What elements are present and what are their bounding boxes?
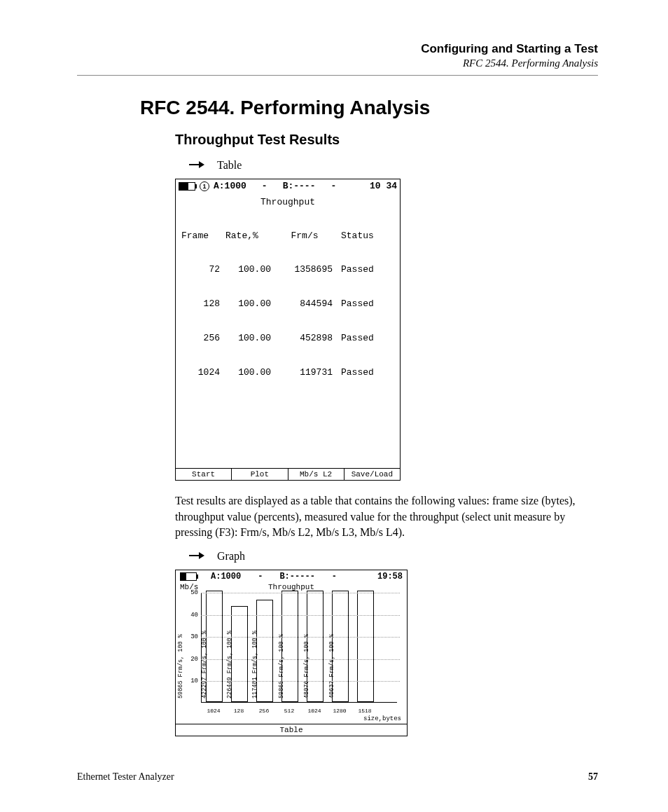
- header-title: Configuring and Starting a Test: [77, 42, 598, 56]
- device-screen: A:1000 - B:----- - 19:58 Mb/s Throughput…: [175, 570, 408, 736]
- bullet-graph: Graph: [189, 550, 598, 563]
- figure-throughput-chart: A:1000 - B:----- - 19:58 Mb/s Throughput…: [175, 570, 598, 736]
- y-tick: 40: [190, 612, 198, 619]
- y-tick: 30: [190, 633, 198, 640]
- body-paragraph: Test results are displayed as a table th…: [175, 493, 595, 540]
- y-tick: 10: [190, 677, 198, 684]
- battery-icon: [179, 182, 195, 191]
- y-tick: 50: [190, 589, 198, 596]
- chart-bar: 40637 Frm/s, 100 %: [357, 591, 374, 702]
- chart-plot: 59865 Frm/s, 100 %422297 Frm/s, 100 %226…: [201, 593, 397, 703]
- col-header: Frame: [181, 230, 225, 242]
- divider: [77, 75, 598, 76]
- battery-icon: [180, 572, 197, 581]
- document-page: Configuring and Starting a Test RFC 2544…: [0, 0, 668, 812]
- bar-label: 59865 Frm/s, 100 %: [177, 635, 184, 699]
- bar-label: 48076 Frm/s, 100 %: [303, 635, 310, 699]
- status-time: 10 34: [370, 181, 397, 191]
- table-row: 1024 100.00 119731 Passed: [181, 367, 394, 378]
- results-table: Frame Rate,% Frm/s Status 72 100.00 1358…: [176, 207, 400, 405]
- x-tick: 1024: [205, 708, 222, 714]
- chart-area: 1020304050 59865 Frm/s, 100 %422297 Frm/…: [180, 593, 403, 715]
- page-header: Configuring and Starting a Test RFC 2544…: [77, 42, 598, 69]
- table-row: 128 100.00 844594 Passed: [181, 298, 394, 310]
- col-header: Status: [341, 230, 390, 242]
- table-row: 72 100.00 1358695 Passed: [181, 264, 394, 275]
- status-b: B:-----: [279, 572, 314, 582]
- header-subtitle: RFC 2544. Performing Analysis: [77, 57, 598, 69]
- bullet-table: Table: [189, 159, 598, 172]
- x-tick: 1280: [331, 708, 348, 714]
- status-dash: -: [258, 572, 263, 582]
- status-dash: -: [262, 181, 267, 191]
- status-b: B:----: [283, 181, 316, 191]
- chart-bar: 59865 Frm/s, 100 %: [206, 591, 223, 702]
- bar-label: 40637 Frm/s, 100 %: [328, 635, 335, 699]
- gridline: [201, 659, 400, 660]
- footer-product: Ethernet Tester Analyzer: [77, 771, 174, 783]
- x-axis-unit: size,bytes: [176, 715, 407, 724]
- page-number: 57: [588, 771, 598, 783]
- softkey-start[interactable]: Start: [176, 469, 232, 480]
- device-screen: 1 A:1000 - B:---- - 10 34 Throughput Fra…: [175, 179, 401, 481]
- svg-marker-1: [199, 161, 204, 168]
- table-header-row: Frame Rate,% Frm/s Status: [181, 230, 394, 242]
- col-header: Frm/s: [277, 230, 341, 242]
- bar-label: 422297 Frm/s, 100 %: [201, 631, 208, 699]
- x-axis-labels: 1024128256512102412801518: [201, 708, 397, 714]
- bar-label: 226449 Frm/s, 100 %: [226, 631, 233, 699]
- figure-throughput-table: 1 A:1000 - B:---- - 10 34 Throughput Fra…: [175, 179, 598, 481]
- arrow-icon: [189, 550, 204, 563]
- softkey-plot[interactable]: Plot: [232, 469, 288, 480]
- heading-2: Throughput Test Results: [175, 132, 598, 148]
- port-indicator-icon: 1: [200, 181, 209, 191]
- heading-1: RFC 2544. Performing Analysis: [140, 97, 598, 119]
- bullet-label: Graph: [217, 550, 245, 563]
- screen-title: Throughput: [176, 197, 400, 207]
- bar-label: 117481 Frm/s, 100 %: [251, 631, 258, 699]
- col-header: Rate,%: [225, 230, 277, 242]
- x-tick: 512: [281, 708, 298, 714]
- x-tick: 128: [230, 708, 247, 714]
- softkey-table[interactable]: Table: [176, 724, 407, 736]
- chart-bar: 422297 Frm/s, 100 %: [231, 606, 248, 702]
- status-bar: A:1000 - B:----- - 19:58: [176, 570, 407, 583]
- gridline: [201, 615, 400, 616]
- arrow-icon: [189, 159, 204, 172]
- gridline: [201, 593, 400, 593]
- bullet-label: Table: [217, 159, 242, 172]
- page-footer: Ethernet Tester Analyzer 57: [77, 771, 598, 783]
- softkey-bar: Start Plot Mb/s L2 Save/Load: [176, 468, 400, 480]
- status-time: 19:58: [377, 572, 403, 582]
- status-dash: -: [332, 572, 337, 582]
- x-tick: 1024: [306, 708, 323, 714]
- gridline: [201, 637, 400, 638]
- status-a: A:1000: [214, 181, 246, 191]
- svg-marker-3: [199, 552, 204, 559]
- status-bar: 1 A:1000 - B:---- - 10 34: [176, 179, 400, 193]
- table-row: 256 100.00 452898 Passed: [181, 333, 394, 344]
- y-tick: 20: [190, 656, 198, 663]
- softkey-unit[interactable]: Mb/s L2: [288, 469, 345, 480]
- status-a: A:1000: [211, 572, 241, 582]
- gridline: [201, 681, 400, 682]
- status-dash: -: [330, 181, 336, 191]
- bar-label: 59865 Frm/s, 100 %: [278, 635, 285, 699]
- x-tick: 256: [256, 708, 272, 714]
- x-tick: 1518: [356, 708, 373, 714]
- softkey-saveload[interactable]: Save/Load: [345, 469, 400, 480]
